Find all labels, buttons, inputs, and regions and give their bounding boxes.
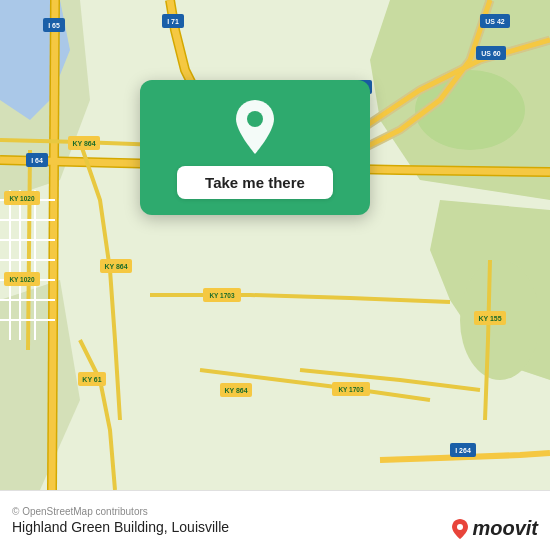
bottom-bar: © OpenStreetMap contributors Highland Gr…	[0, 490, 550, 550]
ky155-badge-text: KY 155	[478, 315, 501, 322]
i65	[52, 0, 55, 490]
map-attribution: © OpenStreetMap contributors	[12, 506, 538, 517]
ky864-badge1-text: KY 864	[72, 140, 95, 147]
us60-right-badge-text: US 60	[481, 50, 501, 57]
ky1020-badge2-text: KY 1020	[9, 276, 35, 283]
svg-point-2	[457, 524, 463, 530]
ky1703-badge1-text: KY 1703	[209, 292, 235, 299]
action-card: Take me there	[140, 80, 370, 215]
take-me-there-button[interactable]: Take me there	[177, 166, 333, 199]
location-pin-icon	[231, 98, 279, 156]
i164-badge-text: I 64	[31, 157, 43, 164]
map-container: I 65 I 71 I 64 I 64 US 42 US 60 US 60 KY…	[0, 0, 550, 490]
ky1020-badge1-text: KY 1020	[9, 195, 35, 202]
ky61-badge-text: KY 61	[82, 376, 101, 383]
us42-badge-text: US 42	[485, 18, 505, 25]
moovit-pin-icon	[451, 518, 469, 540]
ky864-badge3-text: KY 864	[224, 387, 247, 394]
moovit-brand-text: moovit	[472, 517, 538, 540]
ky1703-badge2-text: KY 1703	[338, 386, 364, 393]
i264-badge-text: I 264	[455, 447, 471, 454]
i65-badge-text: I 65	[48, 22, 60, 29]
svg-point-1	[247, 111, 263, 127]
ky864-badge2-text: KY 864	[104, 263, 127, 270]
moovit-logo: moovit	[451, 517, 538, 540]
i71-badge-text: I 71	[167, 18, 179, 25]
